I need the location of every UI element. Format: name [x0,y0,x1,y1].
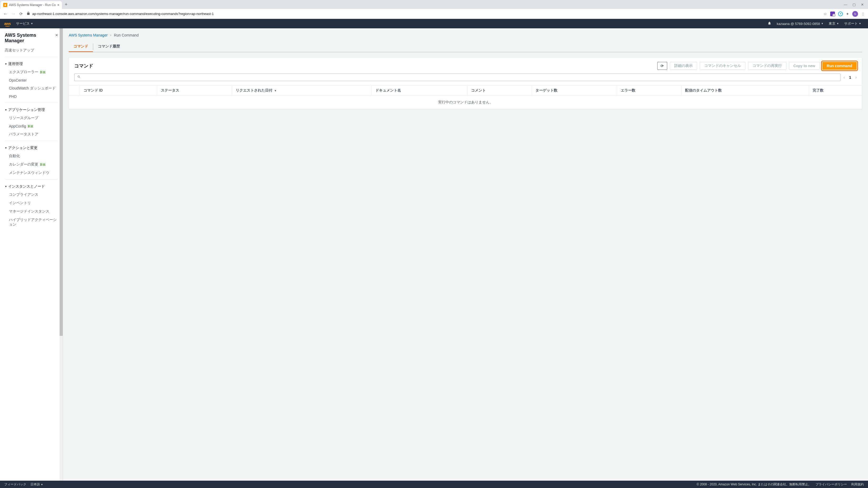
sidebar-item-maintenance[interactable]: メンテナンスウィンドウ [0,169,63,177]
services-label: サービス [16,21,30,26]
feedback-link[interactable]: フィードバック [4,482,26,487]
table-empty-row: 実行中のコマンドはありません。 [69,96,862,109]
new-badge: 新規 [40,70,46,74]
notifications-button[interactable] [765,21,774,26]
sidebar-item-change-calendar[interactable]: カレンダーの変更新規 [0,160,63,169]
sidebar: AWS Systems Manager × 高速セットアップ ▼運用管理 エクス… [0,28,63,481]
forward-icon[interactable]: → [11,11,16,17]
aws-logo[interactable]: aws [4,22,11,26]
region-menu[interactable]: 東京 ▼ [826,21,841,26]
search-box[interactable] [74,73,840,81]
sidebar-item-parameter-store[interactable]: パラメータストア [0,130,63,138]
sidebar-scrollbar[interactable] [60,28,63,481]
sidebar-item-appconfig[interactable]: AppConfig新規 [0,122,63,130]
sidebar-item-managed-instances[interactable]: マネージドインスタンス [0,207,63,216]
url-bar[interactable]: ap-northeast-1.console.aws.amazon.com/sy… [27,11,820,16]
account-menu[interactable]: kazaana @ 5769-5092-0858 ▼ [774,22,826,26]
sidebar-item-inventory[interactable]: インベントリ [0,199,63,207]
sidebar-item-hybrid-activations[interactable]: ハイブリッドアクティベーション [0,216,63,229]
tab-close-icon[interactable]: × [57,3,59,7]
details-button[interactable]: 詳細の表示 [670,62,697,70]
sidebar-section-instances[interactable]: ▼インスタンスとノード [0,182,63,191]
extension-blue-icon[interactable]: ✦ [838,11,843,16]
chevron-down-icon: ▼ [5,185,7,188]
main-layout: AWS Systems Manager × 高速セットアップ ▼運用管理 エクス… [0,28,868,481]
language-selector[interactable]: 日本語 ▼ [30,482,43,487]
sidebar-section-ops[interactable]: ▼運用管理 [0,59,63,68]
tab-history[interactable]: コマンド履歴 [93,41,125,52]
caret-down-icon: ▼ [859,22,861,25]
services-menu[interactable]: サービス ▼ [16,21,33,26]
sidebar-item-phd[interactable]: PHD [0,93,63,100]
chevron-down-icon: ▼ [5,109,7,111]
sidebar-item-compliance[interactable]: コンプライアンス [0,191,63,199]
content: AWS Systems Manager › Run Command コマンド コ… [63,28,868,481]
privacy-link[interactable]: プライバシーポリシー [815,482,847,487]
section-label: アプリケーション管理 [8,107,45,112]
support-menu[interactable]: サポート ▼ [841,21,864,26]
browser-toolbar: ← → ⟳ ap-northeast-1.console.aws.amazon.… [0,9,868,19]
empty-message: 実行中のコマンドはありません。 [69,96,862,109]
sidebar-item-explorer[interactable]: エクスプローラー新規 [0,68,63,76]
column-command-id[interactable]: コマンド ID [80,86,157,96]
commands-panel: コマンド ⟳ 詳細の表示 コマンドのキャンセル コマンドの再実行 Copy to… [69,58,862,109]
terms-link[interactable]: 利用規約 [851,482,864,487]
sidebar-section-app[interactable]: ▼アプリケーション管理 [0,105,63,114]
maximize-icon[interactable]: ▢ [852,3,856,6]
star-icon[interactable]: ☆ [824,12,827,16]
caret-down-icon: ▼ [837,22,839,25]
search-row: ‹ 1 › [69,72,862,85]
sidebar-item-cloudwatch[interactable]: CloudWatch ダッシュボード [0,84,63,93]
back-icon[interactable]: ← [3,11,8,17]
column-requested-date[interactable]: リクエストされた日付▼ [232,86,372,96]
window-controls: — ▢ ✕ [844,3,867,6]
caret-down-icon: ▼ [821,22,824,25]
extensions-puzzle-icon[interactable]: ✦ [846,12,849,16]
lock-icon [27,11,30,16]
cancel-button[interactable]: コマンドのキャンセル [700,62,745,70]
refresh-button[interactable]: ⟳ [657,62,667,70]
browser-tab[interactable]: ■ AWS Systems Manager - Run Co × [1,1,62,9]
tabs: コマンド コマンド履歴 [69,41,862,52]
select-all-column[interactable] [69,86,80,96]
search-input[interactable] [83,75,838,79]
bell-icon [768,21,771,26]
column-error-count[interactable]: エラー数 [617,86,681,96]
sidebar-item-opscenter[interactable]: OpsCenter [0,76,63,84]
reload-icon[interactable]: ⟳ [20,11,23,16]
column-comment[interactable]: コメント [467,86,532,96]
run-command-button[interactable]: Run command [822,62,857,70]
region-label: 東京 [829,21,835,26]
browser-menu-icon[interactable]: ⋮ [861,12,865,16]
prev-page-icon[interactable]: ‹ [844,75,845,80]
column-status[interactable]: ステータス [157,86,232,96]
breadcrumb-root[interactable]: AWS Systems Manager [69,33,107,37]
caret-down-icon: ▼ [31,22,33,25]
sidebar-item-automation[interactable]: 自動化 [0,152,63,160]
sidebar-item-resource-groups[interactable]: リソースグループ [0,114,63,122]
column-complete-count[interactable]: 完了数 [809,86,862,96]
sidebar-item-quick-setup[interactable]: 高速セットアップ [0,46,63,55]
breadcrumb: AWS Systems Manager › Run Command [69,33,862,37]
refresh-icon: ⟳ [661,64,664,68]
next-page-icon[interactable]: › [856,75,857,80]
browser-chrome: ■ AWS Systems Manager - Run Co × + — ▢ ✕… [0,0,868,19]
rerun-button[interactable]: コマンドの再実行 [748,62,786,70]
chevron-down-icon: ▼ [5,63,7,65]
column-document-name[interactable]: ドキュメント名 [372,86,467,96]
column-timeout-count[interactable]: 配信のタイムアウト数 [681,86,809,96]
sidebar-title: AWS Systems Manager [5,33,55,43]
sidebar-section-actions[interactable]: ▼アクションと変更 [0,143,63,152]
close-window-icon[interactable]: ✕ [861,3,864,6]
tab-commands[interactable]: コマンド [69,41,93,52]
browser-actions: ☆ ✦ ✦ h ⋮ [824,11,865,17]
new-tab-button[interactable]: + [62,2,70,7]
divider [5,57,58,57]
sidebar-close-icon[interactable]: × [55,33,58,38]
copy-to-new-button[interactable]: Copy to new [789,62,820,70]
column-target-count[interactable]: ターゲット数 [531,86,617,96]
extension-purple-icon[interactable] [830,11,835,16]
chevron-right-icon: › [110,33,111,37]
profile-avatar[interactable]: h [852,11,858,17]
minimize-icon[interactable]: — [844,3,847,6]
